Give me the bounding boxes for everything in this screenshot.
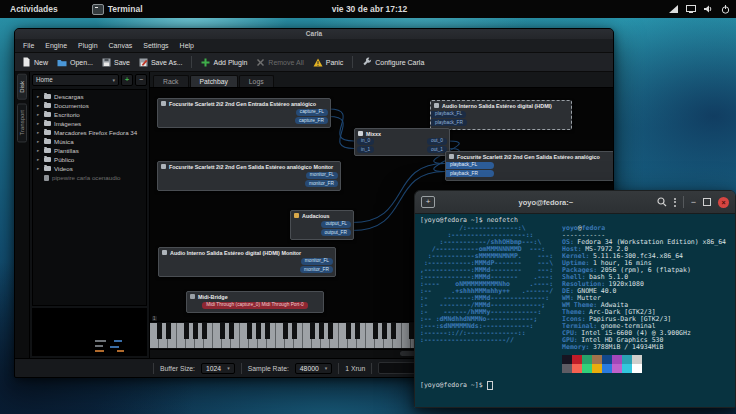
status-separator (153, 363, 154, 374)
port-input[interactable]: in_0 (357, 138, 374, 145)
canvas-minimap[interactable] (32, 308, 147, 356)
maximize-button[interactable] (703, 198, 711, 206)
panic-button[interactable]: Panic (313, 58, 344, 67)
folder-icon (44, 148, 51, 153)
tab-patchbay[interactable]: Patchbay (190, 75, 238, 87)
node-midi-bridge[interactable]: Midi-Bridge Midi Through (capture_0) Mid… (186, 291, 324, 313)
open-button[interactable]: Open... (57, 58, 93, 67)
project-file-item[interactable]: pipewire carla ocenaudio (33, 173, 146, 182)
palette-swatch (602, 364, 612, 373)
palette-swatch (582, 355, 592, 364)
port-output[interactable]: capture_FL (296, 109, 328, 116)
save-as-icon (139, 58, 148, 67)
add-plugin-button[interactable]: Add Plugin (201, 58, 247, 67)
menu-item[interactable]: Plugin (78, 42, 97, 49)
expand-icon[interactable]: ▸ (37, 166, 41, 171)
menu-item[interactable]: Settings (143, 42, 168, 49)
search-icon[interactable] (657, 197, 667, 207)
port-input[interactable]: playback_FR (446, 170, 494, 177)
port-input[interactable]: playback_FL (446, 162, 494, 169)
file-label: pipewire carla ocenaudio (52, 174, 120, 181)
configure-button[interactable]: Configure Carla (362, 57, 424, 67)
toolbar-separator (191, 56, 192, 68)
buffer-size-dropdown[interactable]: 1024 ▾ (201, 363, 235, 374)
expand-icon[interactable]: ▸ (37, 94, 41, 99)
node-audacious[interactable]: Audacious output_FL output_FR (290, 210, 354, 241)
folder-item[interactable]: ▸ Marcadores Firefox Fedora 34 (33, 128, 146, 137)
folder-icon (44, 94, 51, 99)
save-button[interactable]: Save (102, 58, 130, 67)
port-midi[interactable]: Midi Through (capture_0) Midi Through Po… (202, 302, 307, 309)
port-input[interactable]: playback_FL (431, 111, 466, 118)
node-mixxx[interactable]: Mixxx in_0 out_0 in_1 out_1 (354, 128, 450, 156)
activities-button[interactable]: Actividades (0, 4, 68, 14)
menu-item[interactable]: File (23, 42, 34, 49)
expand-icon[interactable]: ▸ (37, 157, 41, 162)
port-output[interactable]: out_0 (427, 138, 447, 145)
node-focusrite-monitor[interactable]: Focusrite Scarlett 2i2 2nd Gen Salida Es… (157, 161, 341, 192)
folder-item[interactable]: ▸ Público (33, 155, 146, 164)
remove-location-button[interactable]: − (135, 74, 147, 86)
port-output[interactable]: monitor_FR (305, 180, 338, 187)
xrun-counter[interactable]: 1 Xrun (345, 365, 365, 372)
port-output[interactable]: monitor_FL (301, 258, 333, 265)
minimize-button[interactable]: − (691, 198, 696, 207)
tab-transport[interactable]: Transport (17, 103, 27, 142)
expand-icon[interactable]: ▸ (37, 112, 41, 117)
carla-titlebar[interactable]: Carla (15, 29, 613, 39)
port-output[interactable]: capture_FR (295, 117, 328, 124)
port-output[interactable]: output_FL (321, 221, 351, 228)
sample-rate-dropdown[interactable]: 48000 ▾ (295, 363, 332, 374)
port-output[interactable]: out_1 (427, 146, 447, 153)
palette-swatch (592, 355, 602, 364)
file-icon (44, 175, 49, 181)
folder-item[interactable]: ▸ Imágenes (33, 119, 146, 128)
focused-app-menu[interactable]: Terminal (92, 4, 143, 15)
port-input[interactable]: playback_FR (431, 119, 467, 126)
node-hdmi-playback[interactable]: Audio Interno Salida Estéreo digital (HD… (430, 100, 572, 131)
tab-disk[interactable]: Disk (17, 74, 27, 100)
folder-item[interactable]: ▸ Videos (33, 164, 146, 173)
menu-item[interactable]: Canvas (109, 42, 133, 49)
port-output[interactable]: monitor_FL (306, 172, 338, 179)
sample-rate-label: Sample Rate: (248, 365, 289, 372)
menu-icon[interactable] (674, 198, 676, 207)
node-focusrite-capture[interactable]: Focusrite Scarlett 2i2 2nd Gen Entrada E… (157, 98, 331, 129)
terminal-content[interactable]: [yoyo@fedora ~]$neofetch /:-------------… (415, 214, 735, 407)
node-focusrite-playback[interactable]: Focusrite Scarlett 2i2 2nd Gen Salida Es… (445, 151, 613, 182)
new-button[interactable]: New (22, 57, 48, 67)
port-output[interactable]: monitor_FR (300, 266, 333, 273)
folder-label: Música (54, 138, 74, 145)
port-input[interactable]: in_1 (357, 146, 374, 153)
menu-item[interactable]: Help (180, 42, 194, 49)
chevron-down-icon: ▾ (112, 75, 115, 85)
location-dropdown[interactable]: Home ▾ (32, 74, 119, 86)
new-tab-button[interactable]: + (421, 196, 435, 208)
save-as-button[interactable]: Save As... (139, 58, 183, 67)
folder-item[interactable]: ▸ Documentos (33, 101, 146, 110)
sidebar-tab-strip: Disk Transport (15, 72, 30, 358)
clock[interactable]: vie 30 de abr 17:12 (332, 0, 408, 18)
port-output[interactable]: output_FR (321, 229, 351, 236)
terminal-cursor (487, 381, 493, 390)
node-hdmi-monitor[interactable]: Audio Interno Salida Estéreo digital (HD… (158, 247, 336, 278)
expand-icon[interactable]: ▸ (37, 103, 41, 108)
terminal-headerbar[interactable]: + yoyo@fedora:~ − × (415, 191, 735, 214)
expand-icon[interactable]: ▸ (37, 139, 41, 144)
neofetch-output: /:-------------:\ :-------------------::… (420, 225, 730, 373)
folder-label: Imágenes (54, 120, 81, 127)
folder-item[interactable]: ▸ Descargas (33, 92, 146, 101)
tab-logs[interactable]: Logs (239, 75, 274, 87)
expand-icon[interactable]: ▸ (37, 130, 41, 135)
tab-rack[interactable]: Rack (153, 75, 189, 87)
folder-icon (44, 112, 51, 117)
folder-item[interactable]: ▸ Escritorio (33, 110, 146, 119)
folder-item[interactable]: ▸ Música (33, 137, 146, 146)
expand-icon[interactable]: ▸ (37, 148, 41, 153)
add-location-button[interactable]: + (121, 74, 133, 86)
expand-icon[interactable]: ▸ (37, 121, 41, 126)
menu-item[interactable]: Engine (45, 42, 67, 49)
system-status-area[interactable] (669, 0, 730, 18)
close-button[interactable]: × (718, 197, 729, 208)
folder-item[interactable]: ▸ Plantillas (33, 146, 146, 155)
